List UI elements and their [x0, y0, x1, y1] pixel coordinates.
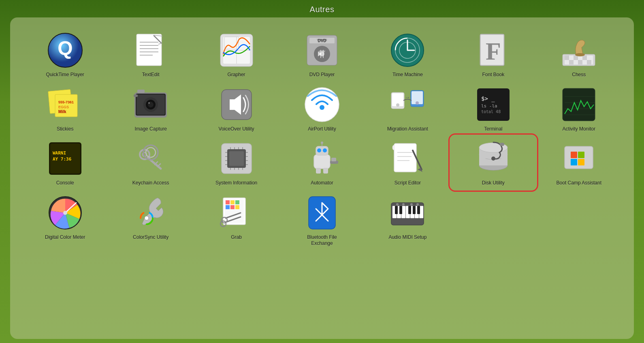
- svg-point-130: [491, 156, 495, 161]
- terminal-label: Terminal: [484, 126, 502, 133]
- svg-rect-165: [413, 206, 416, 214]
- system-information-label: System Information: [215, 180, 257, 187]
- app-item-dvd-player[interactable]: DVDVIDEOenterDVD Player: [279, 27, 365, 81]
- app-item-boot-camp-assistant[interactable]: Boot Camp Assistant: [536, 135, 622, 190]
- automator-icon: [304, 140, 340, 177]
- svg-rect-56: [134, 94, 138, 97]
- svg-rect-148: [226, 205, 230, 209]
- svg-text:555-7361: 555-7361: [58, 100, 74, 104]
- quicktime-player-icon: Q: [47, 32, 83, 69]
- svg-point-42: [575, 53, 585, 56]
- app-item-colorsync-utility[interactable]: ColorSync Utility: [108, 190, 193, 250]
- script-editor-label: Script Editor: [395, 180, 421, 187]
- airport-utility-label: AirPort Utility: [308, 126, 336, 133]
- svg-point-88: [146, 148, 156, 157]
- app-item-keychain-access[interactable]: Keychain Access: [108, 135, 193, 190]
- app-item-activity-monitor[interactable]: Activity Monitor: [536, 81, 622, 136]
- svg-rect-40: [578, 60, 582, 64]
- svg-rect-135: [578, 152, 584, 158]
- activity-monitor-label: Activity Monitor: [563, 126, 595, 133]
- svg-text:F: F: [486, 37, 501, 65]
- chess-label: Chess: [572, 72, 586, 78]
- image-capture-label: Image Capture: [134, 126, 166, 133]
- app-item-bluetooth-file-exchange[interactable]: Bluetooth File Exchange: [279, 190, 365, 250]
- disk-utility-label: Disk Utility: [482, 180, 505, 187]
- svg-rect-91: [229, 151, 244, 166]
- app-item-time-machine[interactable]: Time Machine: [365, 27, 450, 81]
- svg-text:total 48: total 48: [481, 109, 501, 114]
- svg-rect-37: [574, 56, 578, 60]
- svg-point-110: [317, 148, 321, 152]
- script-editor-icon: [389, 140, 426, 177]
- keychain-access-label: Keychain Access: [132, 180, 169, 187]
- svg-rect-150: [235, 205, 239, 209]
- stickies-label: Stickies: [57, 126, 73, 133]
- boot-camp-assistant-label: Boot Camp Assistant: [557, 180, 601, 187]
- svg-text:AY 7:36: AY 7:36: [53, 156, 72, 162]
- app-item-automator[interactable]: Automator: [279, 135, 365, 190]
- app-item-terminal[interactable]: $> _ls -latotal 48Terminal: [450, 81, 536, 136]
- stickies-icon: 555-7361EGGSMilk: [47, 86, 83, 123]
- migration-assistant-label: Migration Assistant: [387, 126, 428, 133]
- app-item-console[interactable]: WARNIAY 7:36Console: [22, 135, 108, 190]
- svg-rect-149: [230, 205, 235, 209]
- app-item-chess[interactable]: Chess: [536, 27, 622, 81]
- automator-label: Automator: [311, 180, 333, 187]
- app-item-system-information[interactable]: System Information: [194, 135, 279, 190]
- app-item-quicktime-player[interactable]: QQuickTime Player: [22, 27, 108, 81]
- svg-point-54: [148, 102, 150, 104]
- svg-point-63: [396, 103, 399, 107]
- svg-text:Milk: Milk: [58, 109, 66, 114]
- app-item-font-book[interactable]: FFont Book: [450, 27, 536, 81]
- font-book-label: Font Book: [482, 72, 505, 78]
- console-label: Console: [56, 180, 74, 187]
- boot-camp-assistant-icon: [561, 140, 597, 177]
- svg-text:VIDEO: VIDEO: [317, 38, 327, 42]
- svg-point-132: [501, 143, 504, 146]
- app-item-airport-utility[interactable]: AirPort Utility: [279, 81, 365, 136]
- keychain-access-icon: [132, 140, 169, 177]
- svg-rect-136: [571, 159, 577, 165]
- svg-rect-115: [331, 158, 336, 161]
- svg-rect-118: [394, 144, 416, 172]
- voiceover-utility-label: VoiceOver Utility: [219, 126, 254, 133]
- svg-rect-134: [571, 152, 577, 158]
- svg-rect-55: [137, 90, 145, 93]
- dvd-player-label: DVD Player: [309, 72, 335, 78]
- app-item-image-capture[interactable]: Image Capture: [108, 81, 193, 136]
- app-item-voiceover-utility[interactable]: VoiceOver Utility: [194, 81, 279, 136]
- colorsync-utility-icon: [132, 195, 169, 231]
- app-item-disk-utility[interactable]: Disk Utility: [450, 135, 536, 190]
- svg-rect-39: [569, 60, 574, 64]
- audio-midi-setup-icon: [389, 195, 426, 231]
- svg-rect-72: [563, 88, 595, 121]
- svg-text:EGGS: EGGS: [58, 105, 69, 109]
- chess-icon: [561, 32, 597, 69]
- digital-color-meter-label: Digital Color Meter: [45, 234, 85, 241]
- grab-label: Grab: [231, 234, 242, 241]
- svg-point-169: [410, 203, 413, 206]
- app-item-grab[interactable]: Grab: [194, 190, 279, 250]
- colorsync-utility-label: ColorSync Utility: [133, 234, 168, 241]
- svg-rect-3: [136, 34, 162, 66]
- svg-rect-147: [235, 200, 239, 204]
- svg-point-111: [323, 148, 327, 152]
- app-item-audio-midi-setup[interactable]: Audio MIDI Setup: [365, 190, 450, 250]
- app-item-migration-assistant[interactable]: →Migration Assistant: [365, 81, 450, 136]
- app-item-stickies[interactable]: 555-7361EGGSMilkStickies: [22, 81, 108, 136]
- svg-point-170: [416, 203, 419, 206]
- activity-monitor-icon: [561, 86, 597, 123]
- svg-point-60: [320, 105, 324, 110]
- app-item-script-editor[interactable]: Script Editor: [365, 135, 450, 190]
- app-item-grapher[interactable]: Grapher: [194, 27, 279, 81]
- svg-point-66: [416, 101, 419, 105]
- svg-text:→: →: [405, 94, 410, 101]
- app-item-digital-color-meter[interactable]: Digital Color Meter: [22, 190, 108, 250]
- textedit-icon: [132, 32, 169, 69]
- svg-point-168: [402, 203, 405, 206]
- svg-text:Q: Q: [58, 37, 73, 59]
- svg-rect-166: [417, 206, 420, 214]
- svg-rect-164: [408, 206, 411, 214]
- svg-rect-36: [565, 56, 569, 60]
- app-item-textedit[interactable]: TextEdit: [108, 27, 193, 81]
